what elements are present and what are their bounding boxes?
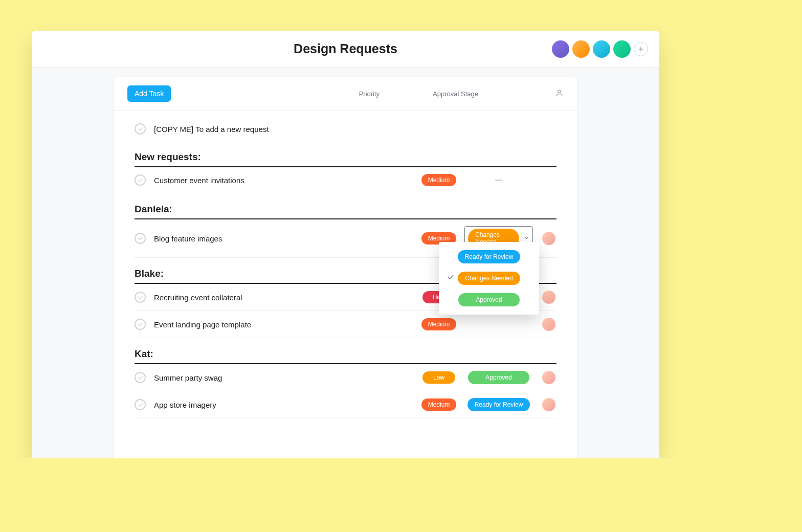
priority-badge[interactable]: Medium: [421, 398, 456, 411]
approval-option-badge: Approved: [458, 293, 520, 306]
priority-badge[interactable]: Medium: [421, 318, 456, 330]
approval-dropdown-menu: Ready for Review Changes Needed Approved: [439, 242, 539, 315]
assignee-icon: [555, 88, 564, 99]
section-heading: Daniela:: [135, 204, 556, 219]
task-row[interactable]: Customer event invitations Medium: [135, 167, 556, 193]
app-window: Design Requests Add Task Priority Approv…: [32, 31, 659, 458]
approval-badge[interactable]: Ready for Review: [467, 398, 530, 411]
priority-column-header: Priority: [359, 90, 380, 98]
task-name: Summer party swag: [154, 373, 413, 382]
page-title: Design Requests: [294, 41, 397, 56]
dropdown-option[interactable]: Changes Needed: [446, 272, 532, 285]
assignee-avatar[interactable]: [542, 318, 555, 331]
add-member-button[interactable]: [634, 42, 648, 56]
complete-check-icon[interactable]: [135, 372, 146, 383]
task-row[interactable]: Blog feature images Medium Changes Neede…: [135, 219, 556, 258]
member-avatar-1[interactable]: [552, 40, 569, 58]
section-heading: New requests:: [135, 151, 556, 167]
task-list: [COPY ME] To add a new request New reque…: [114, 110, 577, 439]
member-avatar-4[interactable]: [613, 40, 631, 58]
task-name: Recruiting event collateral: [154, 293, 413, 302]
task-name: Blog feature images: [154, 234, 413, 243]
complete-check-icon[interactable]: [135, 292, 146, 303]
assignee-avatar[interactable]: [542, 291, 555, 304]
task-name: Event landing page template: [154, 320, 413, 329]
approval-badge[interactable]: Approved: [468, 371, 529, 384]
task-name: [COPY ME] To add a new request: [154, 125, 556, 134]
svg-point-2: [558, 90, 561, 93]
assignee-avatar[interactable]: [542, 371, 555, 384]
task-panel: Add Task Priority Approval Stage [COPY M…: [114, 77, 577, 458]
task-name: Customer event invitations: [154, 176, 413, 185]
add-task-button[interactable]: Add Task: [127, 85, 171, 102]
member-avatar-3[interactable]: [593, 40, 610, 58]
priority-badge[interactable]: Medium: [421, 174, 456, 186]
complete-check-icon[interactable]: [135, 319, 146, 330]
app-header: Design Requests: [32, 31, 659, 68]
approval-option-badge: Changes Needed: [458, 272, 520, 285]
task-name: App store imagery: [154, 401, 413, 409]
member-avatar-2[interactable]: [572, 40, 590, 58]
section-heading: Kat:: [135, 348, 556, 364]
toolbar: Add Task Priority Approval Stage: [114, 77, 577, 110]
task-row[interactable]: [COPY ME] To add a new request: [135, 117, 556, 141]
complete-check-icon[interactable]: [135, 233, 146, 244]
complete-check-icon[interactable]: [135, 123, 146, 135]
app-body: Add Task Priority Approval Stage [COPY M…: [32, 68, 659, 458]
approval-column-header: Approval Stage: [433, 90, 478, 98]
task-row[interactable]: Event landing page template Medium: [135, 311, 556, 338]
project-members: [552, 40, 648, 58]
assignee-avatar[interactable]: [542, 398, 555, 411]
complete-check-icon[interactable]: [135, 399, 146, 410]
priority-badge[interactable]: Low: [422, 371, 455, 384]
dropdown-option[interactable]: Ready for Review: [446, 250, 532, 263]
task-row[interactable]: Summer party swag Low Approved: [135, 364, 556, 391]
approval-option-badge: Ready for Review: [458, 250, 521, 263]
approval-empty-icon[interactable]: [495, 180, 502, 181]
check-icon: [447, 274, 454, 283]
complete-check-icon[interactable]: [135, 174, 146, 186]
task-row[interactable]: App store imagery Medium Ready for Revie…: [135, 391, 556, 418]
dropdown-option[interactable]: Approved: [446, 293, 532, 306]
column-headers: Priority Approval Stage: [359, 88, 564, 99]
assignee-avatar[interactable]: [542, 232, 555, 245]
